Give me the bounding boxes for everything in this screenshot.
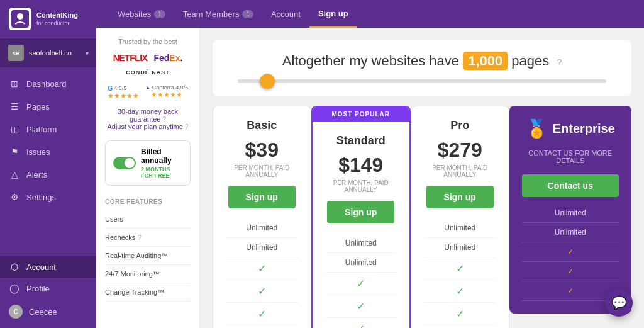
feature-monitoring: 24/7 Monitoring™	[105, 265, 191, 283]
logo-sub: for conductor	[36, 20, 78, 26]
feature-tracking: Change Tracking™	[105, 283, 191, 302]
sidebar-item-label: Alerts	[26, 170, 47, 179]
feature-list: Users Rechecks ? Real-time Auditing™ 24/…	[105, 210, 191, 302]
page-count-highlight: 1,000	[463, 52, 508, 70]
svg-point-1	[17, 13, 23, 20]
chat-button[interactable]: 💬	[605, 289, 633, 317]
sidebar-item-settings[interactable]: ⚙ Settings	[0, 186, 96, 208]
slider-track	[238, 79, 606, 83]
sidebar-item-label: Account	[26, 263, 56, 272]
capterra-rating: ▲ Capterra 4.9/5 ★★★★★	[145, 84, 188, 100]
standard-realtime: ✓	[325, 273, 397, 295]
sidebar-item-dashboard[interactable]: ⊞ Dashboard	[0, 72, 96, 95]
basic-users: Unlimited	[226, 218, 298, 238]
issues-icon: ⚑	[9, 147, 20, 157]
sidebar-bottom: ⬡ Account ◯ Profile C Ceecee	[0, 252, 96, 328]
pricing-cards: Basic $39 PER MONTH, PAID ANNUALLY Sign …	[213, 106, 631, 328]
sidebar-item-label: Profile	[26, 284, 50, 293]
standard-tracking: ✓	[325, 318, 397, 328]
sidebar-item-pages[interactable]: ☰ Pages	[0, 95, 96, 118]
billing-switch[interactable]	[113, 157, 136, 169]
brand-row-1: NETFLIX FedEx.	[105, 53, 191, 63]
account-icon: ⬡	[9, 262, 20, 272]
workspace-selector[interactable]: se seotoolbelt.co ▾	[0, 38, 96, 67]
sidebar-item-account[interactable]: ⬡ Account	[0, 256, 96, 278]
sidebar-item-label: Ceecee	[29, 307, 57, 317]
enterprise-realtime: ✓	[522, 242, 619, 262]
enterprise-users: Unlimited	[522, 203, 619, 223]
rechecks-help-icon[interactable]: ?	[138, 234, 142, 241]
settings-icon: ⚙	[9, 192, 20, 202]
tab-account[interactable]: Account	[262, 0, 309, 28]
billing-sub: 2 MONTHS FOR FREE	[141, 166, 182, 179]
adjust-text: Adjust your plan anytime ?	[105, 123, 191, 130]
sidebar-item-ceecee[interactable]: C Ceecee	[0, 299, 96, 324]
enterprise-tracking: ✓	[522, 281, 619, 301]
plan-period-standard: PER MONTH, PAID ANNUALLY	[325, 179, 397, 193]
feature-users: Users	[105, 210, 191, 229]
google-stars: ★★★★★	[108, 92, 139, 100]
logo-text: ContentKing	[36, 11, 78, 20]
plan-price-pro: $279	[424, 139, 496, 162]
pricing-area: Altogether my websites have 1,000 pages …	[200, 28, 644, 328]
basic-realtime: ✓	[226, 257, 298, 280]
sidebar-item-label: Pages	[26, 102, 50, 111]
card-features-basic: Unlimited Unlimited ✓ ✓ ✓	[213, 218, 311, 328]
basic-tracking: ✓	[226, 303, 298, 325]
card-features-pro: Unlimited Unlimited ✓ ✓ ✓	[411, 218, 509, 328]
logo: ContentKing for conductor	[0, 0, 96, 38]
pro-rechecks: Unlimited	[424, 238, 496, 257]
basic-rechecks: Unlimited	[226, 238, 298, 257]
brand-row-2: CONDÉ NAST	[105, 69, 191, 76]
adjust-help-icon[interactable]: ?	[185, 123, 189, 130]
google-rating: G 4.8/5 ★★★★★	[108, 84, 139, 100]
capterra-stars: ★★★★★	[145, 91, 188, 99]
sidebar-item-platform[interactable]: ◫ Platform	[0, 118, 96, 140]
plan-price-basic: $39	[226, 139, 298, 162]
tab-websites[interactable]: Websites 1	[109, 0, 174, 28]
plan-period-pro: PER MONTH, PAID ANNUALLY	[424, 164, 496, 178]
main-content: Websites 1 Team Members 1 Account Sign u…	[96, 0, 644, 328]
slider-thumb[interactable]	[260, 74, 275, 89]
pro-users: Unlimited	[424, 218, 496, 238]
user-avatar: C	[9, 305, 23, 319]
feature-rechecks: Rechecks ?	[105, 229, 191, 247]
card-features-standard: Unlimited Unlimited ✓ ✓ ✓	[313, 234, 410, 328]
slider-section: Altogether my websites have 1,000 pages …	[213, 40, 631, 96]
guarantee-help-icon[interactable]: ?	[163, 116, 167, 123]
workspace-avatar: se	[8, 45, 24, 61]
sidebar-item-label: Settings	[26, 193, 56, 202]
enterprise-medal-icon: 🏅	[526, 118, 548, 139]
enterprise-title: Enterprise	[553, 122, 615, 136]
chat-icon: 💬	[611, 295, 627, 310]
signup-button-pro[interactable]: Sign up	[426, 186, 494, 208]
netflix-logo: NETFLIX	[113, 53, 148, 63]
conde-logo: CONDÉ NAST	[126, 69, 170, 76]
team-badge: 1	[242, 10, 253, 18]
sidebar: ContentKing for conductor se seotoolbelt…	[0, 0, 96, 328]
plan-pro: Pro $279 PER MONTH, PAID ANNUALLY Sign u…	[411, 106, 509, 328]
dashboard-icon: ⊞	[9, 79, 20, 89]
enterprise-desc: CONTACT US FOR MORE DETAILS	[522, 149, 619, 164]
plan-period-basic: PER MONTH, PAID ANNUALLY	[226, 164, 298, 178]
websites-badge: 1	[154, 10, 165, 18]
plan-enterprise: 🏅 Enterprise CONTACT US FOR MORE DETAILS…	[509, 106, 632, 314]
guarantee-section: 30-day money back guarantee ? Adjust you…	[105, 108, 191, 130]
enterprise-monitoring: ✓	[522, 262, 619, 281]
standard-monitoring: ✓	[325, 295, 397, 318]
chevron-down-icon: ▾	[86, 50, 89, 57]
sidebar-item-issues[interactable]: ⚑ Issues	[0, 140, 96, 163]
sidebar-item-alerts[interactable]: △ Alerts	[0, 163, 96, 186]
signup-button-basic[interactable]: Sign up	[228, 186, 296, 208]
slider-title: Altogether my websites have 1,000 pages …	[231, 53, 613, 69]
left-panel: Trusted by the best NETFLIX FedEx. CONDÉ…	[96, 28, 200, 328]
tab-team-members[interactable]: Team Members 1	[174, 0, 262, 28]
top-navigation: Websites 1 Team Members 1 Account Sign u…	[96, 0, 644, 28]
signup-button-standard[interactable]: Sign up	[327, 201, 394, 223]
contact-button[interactable]: Contact us	[522, 174, 619, 197]
slider-help-icon[interactable]: ?	[557, 57, 562, 67]
enterprise-rechecks: Unlimited	[522, 223, 619, 242]
pro-realtime: ✓	[424, 257, 496, 280]
tab-signup[interactable]: Sign up	[309, 0, 357, 28]
sidebar-item-profile[interactable]: ◯ Profile	[0, 278, 96, 299]
